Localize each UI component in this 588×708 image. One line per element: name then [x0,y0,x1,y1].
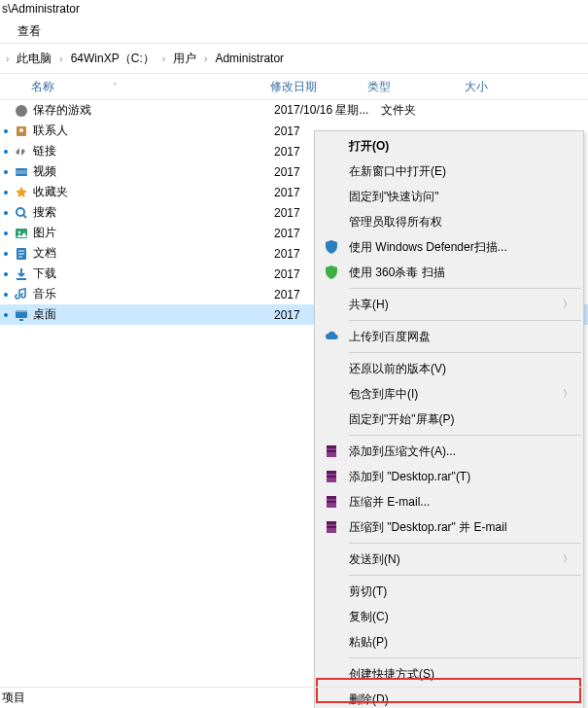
file-name: 保存的游戏 [31,102,274,119]
row-marker [0,211,12,215]
file-name: 联系人 [31,123,274,139]
menu-label: 剪切(T) [349,584,387,600]
down-icon [12,266,31,282]
svg-rect-20 [327,521,336,524]
menu-item[interactable]: 打开(O) [316,133,582,159]
menu-item[interactable]: 发送到(N)〉 [316,547,582,572]
menu-item[interactable]: 压缩到 "Desktop.rar" 并 E-mail [316,514,582,540]
chevron-right-icon: › [6,53,9,64]
svg-rect-21 [327,526,336,528]
row-marker [0,170,12,174]
menu-item[interactable]: 添加到压缩文件(A)... [316,439,582,464]
status-bar: 项目 [0,687,588,708]
menu-item[interactable]: 共享(H)〉 [316,292,582,317]
rar-icon [322,494,341,510]
menu-item[interactable]: 管理员取得所有权 [316,209,582,234]
svg-rect-14 [327,471,336,474]
desktop-icon [12,307,31,323]
video-icon [12,164,31,180]
breadcrumb[interactable]: › 此电脑 › 64WinXP（C:） › 用户 › Administrator [0,44,588,73]
shield-blue-icon [322,239,341,255]
file-name: 搜索 [31,204,274,221]
music-icon [12,287,31,302]
svg-point-6 [18,230,20,232]
window-path: s\Administrator [2,2,80,16]
column-headers[interactable]: 名称 ˄ 修改日期 类型 大小 [0,73,588,100]
chevron-right-icon: 〉 [563,298,572,311]
chevron-right-icon: › [204,53,207,64]
menu-label: 上传到百度网盘 [349,329,431,345]
menu-item[interactable]: 粘贴(P) [316,629,582,655]
game-icon [12,103,31,119]
menu-view[interactable]: 查看 [17,24,41,38]
menu-label: 包含到库中(I) [349,386,418,403]
breadcrumb-item[interactable]: 用户 [169,49,200,69]
file-name: 图片 [31,225,274,241]
file-name: 下载 [31,266,274,282]
row-marker [0,191,12,195]
col-name[interactable]: 名称 ˄ [27,79,270,95]
svg-rect-12 [327,450,336,452]
row-marker [0,231,12,235]
svg-point-4 [17,208,24,216]
file-row[interactable]: 保存的游戏2017/10/16 星期...文件夹 [0,100,588,121]
star-icon [12,185,31,200]
menu-item[interactable]: 固定到"开始"屏幕(P) [316,407,582,432]
row-marker [0,252,12,256]
row-marker [0,109,12,113]
menubar[interactable]: 查看 [0,21,588,43]
menu-item[interactable]: 包含到库中(I)〉 [316,381,582,407]
menu-label: 使用 360杀毒 扫描 [349,265,445,281]
breadcrumb-item[interactable]: 此电脑 [13,49,55,69]
row-marker [0,129,12,133]
svg-point-0 [16,105,27,117]
file-name: 桌面 [31,306,274,323]
row-marker [0,293,12,297]
link-icon [12,144,31,159]
menu-item[interactable]: 复制(C) [316,604,582,629]
chevron-right-icon: 〉 [563,552,572,566]
chevron-right-icon: › [59,53,62,64]
menu-item[interactable]: 压缩并 E-mail... [316,489,582,514]
breadcrumb-item[interactable]: Administrator [211,50,288,67]
file-name: 收藏夹 [31,184,274,200]
menu-item[interactable]: 添加到 "Desktop.rar"(T) [316,464,582,489]
file-name: 文档 [31,245,274,262]
menu-item[interactable]: 还原以前的版本(V) [316,356,582,381]
file-name: 链接 [31,143,274,159]
menu-label: 固定到"快速访问" [349,189,439,205]
menu-label: 固定到"开始"屏幕(P) [349,411,455,428]
menu-item[interactable]: 剪切(T) [316,579,582,604]
svg-rect-17 [327,496,336,499]
menu-label: 创建快捷方式(S) [349,666,434,683]
menu-label: 粘贴(P) [349,634,388,651]
menu-item[interactable]: 上传到百度网盘 [316,324,582,349]
breadcrumb-item[interactable]: 64WinXP（C:） [67,49,158,69]
menu-label: 复制(C) [349,609,389,625]
chevron-right-icon: › [162,53,165,64]
menu-label: 发送到(N) [349,551,400,568]
menu-item[interactable]: 使用 Windows Defender扫描... [316,234,582,260]
menu-label: 添加到压缩文件(A)... [349,443,456,460]
col-date[interactable]: 修改日期 [270,79,367,95]
menu-item[interactable]: 使用 360杀毒 扫描 [316,260,582,285]
menu-label: 使用 Windows Defender扫描... [349,239,507,256]
menu-item[interactable]: 创建快捷方式(S) [316,661,582,687]
file-date: 2017/10/16 星期... [274,102,381,119]
contact-icon [12,124,31,139]
rar-icon [322,469,341,484]
rar-icon [322,443,341,459]
context-menu[interactable]: 打开(O)在新窗口中打开(E)固定到"快速访问"管理员取得所有权使用 Windo… [314,130,584,708]
row-marker [0,272,12,276]
shield-green-icon [322,265,341,280]
menu-item[interactable]: 固定到"快速访问" [316,184,582,209]
menu-label: 压缩到 "Desktop.rar" 并 E-mail [349,519,507,536]
menu-item[interactable]: 在新窗口中打开(E) [316,159,582,184]
window-titlebar: s\Administrator [0,0,588,21]
chevron-right-icon: 〉 [563,387,572,401]
col-size[interactable]: 大小 [465,79,542,95]
col-type[interactable]: 类型 [367,79,465,95]
rar-icon [322,519,341,535]
menu-label: 还原以前的版本(V) [349,361,446,377]
cloud-icon [322,329,341,344]
